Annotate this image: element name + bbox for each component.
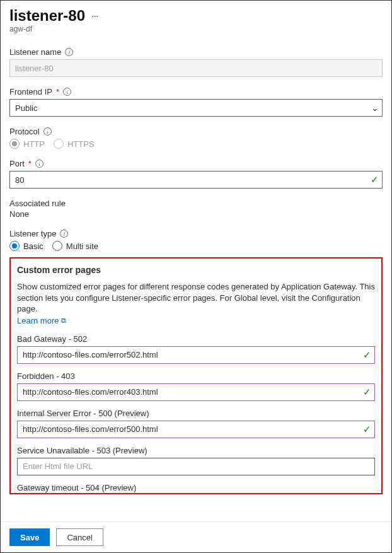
learn-more-label: Learn more [17, 316, 59, 325]
listener-type-label: Listener type [9, 229, 56, 238]
protocol-https-radio: HTTPS [54, 139, 95, 149]
listener-type-basic-label: Basic [23, 242, 43, 251]
custom-error-desc: Show customized error pages for differen… [17, 281, 375, 315]
required-marker: * [28, 159, 32, 168]
custom-error-section: Custom error pages Show customized error… [9, 257, 383, 494]
protocol-label: Protocol [9, 127, 40, 136]
listener-type-basic-radio[interactable]: Basic [9, 241, 43, 251]
info-icon[interactable]: i [65, 48, 73, 56]
error-502-label: Bad Gateway - 502 [17, 334, 375, 344]
info-icon[interactable]: i [35, 160, 43, 168]
protocol-http-radio: HTTP [9, 139, 45, 149]
error-504-label: Gateway timeout - 504 (Preview) [17, 483, 375, 492]
error-503-input[interactable] [17, 458, 375, 475]
info-icon[interactable]: i [63, 88, 71, 96]
error-403-label: Forbidden - 403 [17, 371, 375, 381]
listener-name-input [9, 59, 383, 77]
info-icon[interactable]: i [60, 230, 68, 238]
info-icon[interactable]: i [43, 127, 52, 136]
frontend-ip-label: Frontend IP [9, 87, 52, 96]
page-title: listener-80 [9, 7, 85, 25]
error-500-input[interactable] [17, 421, 375, 438]
external-link-icon: ⧉ [61, 317, 66, 325]
protocol-http-label: HTTP [23, 139, 45, 149]
listener-name-label: Listener name [9, 47, 61, 57]
port-input[interactable] [9, 171, 383, 189]
required-marker: * [56, 87, 59, 96]
footer-bar: Save Cancel [1, 521, 391, 552]
custom-error-heading: Custom error pages [17, 265, 375, 275]
learn-more-link[interactable]: Learn more ⧉ [17, 316, 66, 325]
associated-rule-value: None [9, 209, 383, 219]
page-subtitle: agw-df [9, 25, 383, 33]
frontend-ip-select[interactable]: Public [9, 99, 383, 117]
more-icon[interactable]: ··· [91, 11, 98, 22]
save-button[interactable]: Save [9, 528, 50, 546]
listener-type-multi-radio[interactable]: Multi site [52, 241, 98, 251]
error-503-label: Service Unavailable - 503 (Preview) [17, 446, 375, 455]
error-403-input[interactable] [17, 383, 375, 401]
cancel-button[interactable]: Cancel [56, 528, 103, 546]
error-502-input[interactable] [17, 346, 375, 364]
port-label: Port [9, 159, 25, 168]
error-500-label: Internal Server Error - 500 (Preview) [17, 409, 375, 418]
associated-rule-label: Associated rule [9, 199, 66, 208]
listener-type-multi-label: Multi site [66, 242, 98, 251]
protocol-https-label: HTTPS [67, 139, 95, 149]
